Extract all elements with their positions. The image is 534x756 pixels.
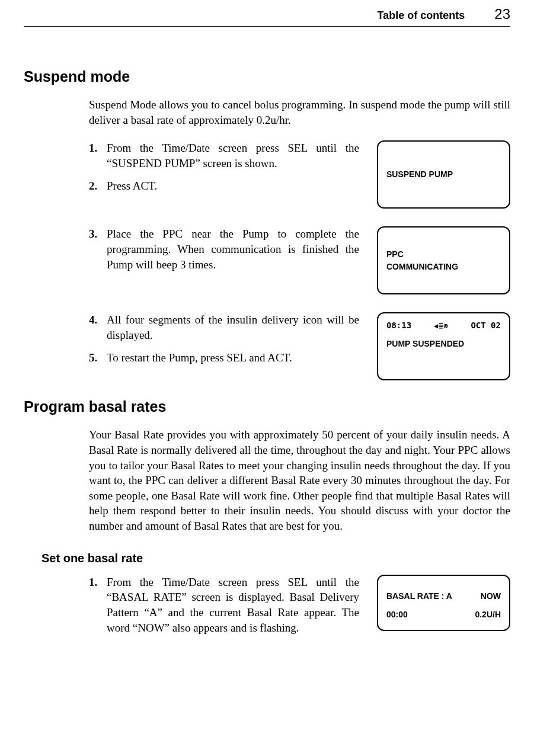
section-suspend-intro: Suspend Mode allows you to cancel bolus … bbox=[89, 97, 510, 127]
step-text: All four segments of the insulin deliver… bbox=[107, 312, 359, 342]
device-text: PUMP SUSPENDED bbox=[386, 338, 501, 350]
step: 1. From the Time/Date screen press SEL u… bbox=[89, 575, 359, 636]
step: 5. To restart the Pump, press SEL and AC… bbox=[89, 350, 359, 366]
section-basal-title: Program basal rates bbox=[24, 398, 510, 415]
step: 2. Press ACT. bbox=[89, 178, 359, 194]
step-number: 3. bbox=[89, 226, 100, 242]
device-basal-time: 00:00 bbox=[386, 608, 408, 621]
page-header: Table of contents 23 bbox=[24, 6, 510, 27]
device-screen-communicating: PPC COMMUNICATING bbox=[377, 226, 510, 294]
header-toc-label: Table of contents bbox=[378, 9, 465, 22]
page-number: 23 bbox=[494, 6, 510, 23]
step-number: 1. bbox=[89, 575, 100, 590]
section-basal-sub: Set one basal rate bbox=[41, 552, 510, 565]
step-block-2: 3. Place the PPC near the Pump to comple… bbox=[89, 226, 510, 294]
step-number: 4. bbox=[89, 312, 100, 328]
section-suspend-title: Suspend mode bbox=[24, 68, 510, 85]
device-basal-label: BASAL RATE : A bbox=[386, 590, 452, 603]
page: Table of contents 23 Suspend mode Suspen… bbox=[0, 0, 534, 696]
step-list: 4. All four segments of the insulin deli… bbox=[89, 312, 359, 372]
step-text: Press ACT. bbox=[107, 178, 359, 194]
device-text: SUSPEND PUMP bbox=[386, 168, 501, 181]
device-basal-top: BASAL RATE : A NOW bbox=[386, 590, 501, 603]
step-text: From the Time/Date screen press SEL unti… bbox=[107, 140, 359, 171]
device-screen-suspend: SUSPEND PUMP bbox=[377, 140, 510, 209]
step-text: Place the PPC near the Pump to complete … bbox=[107, 226, 359, 272]
section-basal-intro: Your Basal Rate provides you with approx… bbox=[89, 427, 510, 533]
step-list: 3. Place the PPC near the Pump to comple… bbox=[89, 226, 359, 279]
step-text: From the Time/Date screen press SEL unti… bbox=[107, 575, 359, 636]
step: 3. Place the PPC near the Pump to comple… bbox=[89, 226, 359, 272]
step-number: 2. bbox=[89, 178, 100, 194]
device-screen-basal: BASAL RATE : A NOW 00:00 0.2U/H bbox=[377, 575, 510, 631]
device-date: OCT 02 bbox=[471, 319, 501, 332]
step-list: 1. From the Time/Date screen press SEL u… bbox=[89, 575, 359, 643]
device-status-icons: ◀≣⊗ bbox=[434, 321, 449, 331]
step: 1. From the Time/Date screen press SEL u… bbox=[89, 140, 359, 171]
step-list: 1. From the Time/Date screen press SEL u… bbox=[89, 140, 359, 200]
device-text: PPC COMMUNICATING bbox=[386, 248, 501, 273]
device-line: COMMUNICATING bbox=[386, 261, 501, 273]
step-number: 1. bbox=[89, 140, 100, 156]
device-screen-suspended: 08:13 ◀≣⊗ OCT 02 PUMP SUSPENDED bbox=[377, 312, 510, 380]
step-number: 5. bbox=[89, 350, 100, 366]
step-block-1: 1. From the Time/Date screen press SEL u… bbox=[89, 140, 510, 209]
step: 4. All four segments of the insulin deli… bbox=[89, 312, 359, 342]
device-basal-bottom: 00:00 0.2U/H bbox=[386, 608, 501, 621]
step-block-3: 4. All four segments of the insulin deli… bbox=[89, 312, 510, 380]
device-basal-now: NOW bbox=[481, 590, 501, 603]
device-line: PPC bbox=[386, 248, 501, 261]
step-text: To restart the Pump, press SEL and ACT. bbox=[107, 350, 359, 366]
device-time: 08:13 bbox=[386, 319, 411, 332]
device-basal-rate: 0.2U/H bbox=[475, 608, 501, 621]
step-block-4: 1. From the Time/Date screen press SEL u… bbox=[89, 575, 510, 643]
device-status-bar: 08:13 ◀≣⊗ OCT 02 bbox=[386, 319, 501, 332]
